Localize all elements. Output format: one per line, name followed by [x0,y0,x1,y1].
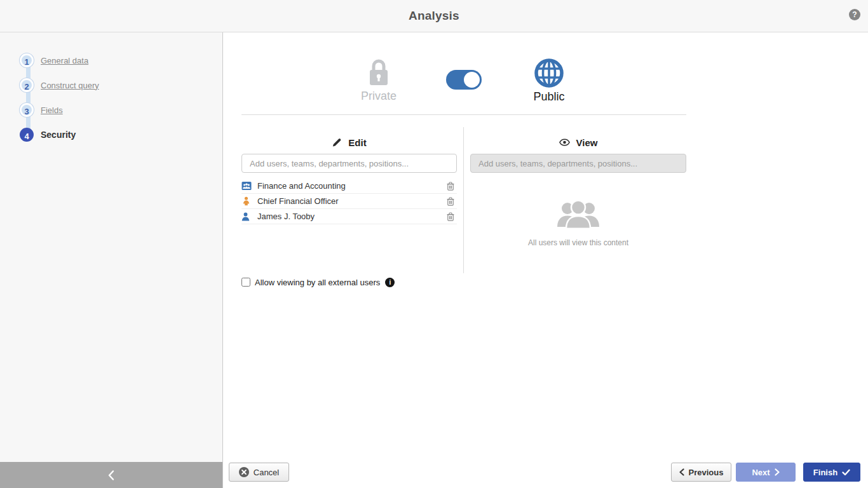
edit-panel-header: Edit [241,135,457,149]
step-connector-line [26,60,31,135]
department-icon [241,181,252,191]
entry-label: Finance and Accounting [257,181,447,191]
entry-label: Chief Financial Officer [257,196,447,206]
cancel-button[interactable]: Cancel [229,463,289,482]
collapse-chevron-icon[interactable] [107,470,115,481]
view-add-input [470,154,686,173]
delete-entry-icon[interactable] [447,197,454,206]
edit-add-input[interactable] [241,154,457,173]
public-option[interactable]: Public [529,58,569,104]
external-users-row: Allow viewing by all external users i [241,276,395,288]
next-button[interactable]: Next [736,463,796,482]
sidebar-collapse-bar[interactable] [0,462,222,488]
section-divider [241,114,686,115]
step-2-circle[interactable]: 2 [20,78,34,92]
help-icon[interactable]: ? [849,9,860,20]
step-3-label[interactable]: Fields [41,105,63,115]
next-label: Next [752,468,770,477]
chevron-left-icon [679,468,684,476]
previous-button[interactable]: Previous [671,463,731,482]
entry-label: James J. Tooby [257,212,447,221]
toggle-knob[interactable] [464,72,480,88]
chevron-right-icon [775,468,780,476]
user-icon [241,212,252,221]
column-divider [463,127,464,273]
entry-row-department: Finance and Accounting [241,179,457,194]
step-fields[interactable]: 3 Fields [20,101,63,119]
step-construct-query[interactable]: 2 Construct query [20,76,99,94]
lock-icon [366,58,391,86]
privacy-toggle[interactable] [446,70,482,90]
delete-entry-icon[interactable] [447,212,454,221]
cancel-x-icon [239,467,249,477]
external-users-label: Allow viewing by all external users [255,278,380,287]
edit-entries-list: Finance and Accounting Chief Fi [241,179,457,224]
all-users-group-icon [553,199,603,232]
view-panel-header: View [470,135,686,149]
step-general-data[interactable]: 1 General data [20,51,88,69]
step-1-circle[interactable]: 1 [20,53,34,67]
view-empty-message: All users will view this content [470,238,686,247]
private-option[interactable]: Private [358,58,399,103]
step-4-label: Security [41,130,76,140]
step-1-label[interactable]: General data [41,56,88,65]
private-label: Private [358,90,399,103]
previous-label: Previous [689,468,724,477]
wizard-steps-sidebar: 1 General data 2 Construct query 3 Field… [0,32,223,488]
step-security-active: 4 Security [20,126,76,144]
security-step-content: Private Public Edit [223,32,868,488]
public-label: Public [529,90,569,104]
page-title: Analysis [0,0,868,32]
globe-icon [534,58,564,88]
pencil-icon [332,137,342,147]
info-icon[interactable]: i [385,278,395,287]
entry-row-user: James J. Tooby [241,209,457,224]
step-3-circle[interactable]: 3 [20,103,34,117]
step-2-label[interactable]: Construct query [41,81,99,90]
eye-icon [559,139,570,146]
step-4-circle: 4 [20,128,34,142]
position-icon [241,196,252,206]
entry-row-position: Chief Financial Officer [241,194,457,209]
finish-label: Finish [813,468,837,477]
top-bar: Analysis ? [0,0,868,32]
finish-button[interactable]: Finish [803,463,860,482]
delete-entry-icon[interactable] [447,182,454,191]
checkmark-icon [842,469,850,476]
cancel-label: Cancel [254,468,279,477]
edit-panel-title: Edit [348,137,366,148]
external-users-checkbox[interactable] [241,278,250,287]
view-panel-title: View [576,137,598,148]
